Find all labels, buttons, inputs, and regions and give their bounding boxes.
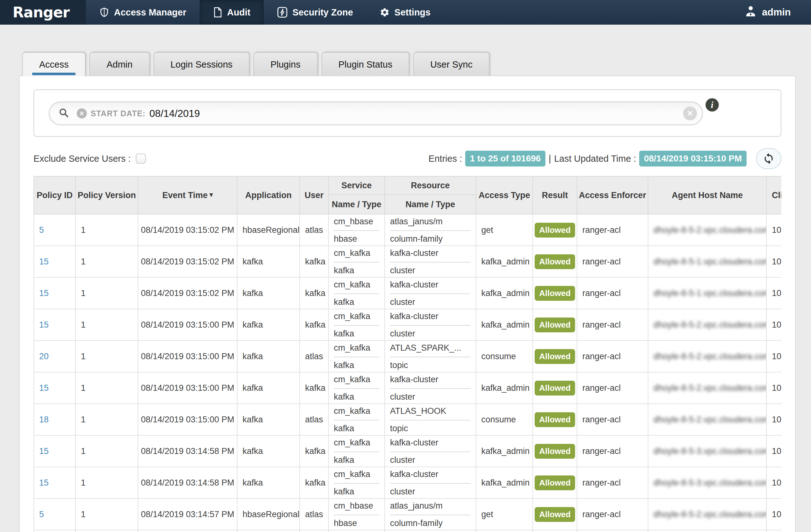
resource-type: column-family [390,515,471,528]
cell-agent-host: dhoyle-8-5-2.vpc.cloudera.com [648,214,766,246]
resource-type: topic [390,357,471,370]
tab-login-sessions[interactable]: Login Sessions [153,52,250,76]
resource-type: cluster [390,389,471,402]
gear-icon [380,7,390,17]
cell-user: kafka [300,277,328,309]
shield-icon [99,7,109,18]
cell-empty [533,530,577,532]
cell-policy-id: 15 [34,467,76,499]
header-access-enforcer: Access Enforcer [577,176,648,214]
tab-plugin-status[interactable]: Plugin Status [321,52,410,76]
cell-user: kafka [300,467,328,499]
service-type: kafka [334,389,379,402]
policy-id-link[interactable]: 15 [39,383,49,393]
result-badge: Allowed [535,223,575,238]
refresh-button[interactable] [756,148,781,169]
cell-application: kafka [237,372,300,404]
cell-empty [138,530,237,532]
table-row: 15 1 08/14/2019 03:15:00 PM kafka kafka … [34,372,781,404]
policy-id-link[interactable]: 15 [39,257,49,266]
ranger-logo[interactable]: Ranger [0,0,86,25]
table-row: 20 1 08/14/2019 03:15:00 PM kafka atlas … [34,340,781,372]
cell-application: kafka [237,435,300,467]
cell-policy-id: 15 [34,277,76,309]
cell-user: atlas [300,214,328,246]
cell-application: kafka [237,246,300,277]
policy-id-link[interactable]: 20 [39,352,49,361]
cell-client-ip: 10. [766,404,781,435]
service-name: cm_kafka [334,438,379,452]
policy-id-link[interactable]: 5 [39,510,44,519]
cell-user: atlas [300,340,328,372]
clear-search-icon[interactable]: ✕ [683,106,697,120]
cell-client-ip: 10. [766,340,781,372]
policy-id-link[interactable]: 15 [39,446,49,456]
cell-resource: kafka-clustercluster [385,277,476,309]
tab-access[interactable]: Access [22,52,86,76]
tab-user-sync[interactable]: User Sync [413,52,490,76]
search-input[interactable]: ✕ START DATE: 08/14/2019 ✕ [49,102,703,125]
policy-id-link[interactable]: 15 [39,288,49,298]
agent-host-blurred-text: dhoyle-8-5-2.vpc.cloudera.com [654,383,766,393]
cell-access-enforcer: ranger-acl [577,435,648,467]
header-policy-version: Policy Version [76,176,138,214]
cell-policy-version: 1 [76,309,138,340]
resource-name: kafka-cluster [390,469,471,484]
header-resource-group: Resource [385,176,476,195]
service-type: kafka [334,326,379,339]
top-navbar: Ranger Access Manager Audit Security Zon… [0,0,811,25]
header-access-type: Access Type [476,176,533,214]
header-agent-host-name: Agent Host Name [648,176,766,214]
cell-access-type: kafka_admin [476,309,533,340]
cell-agent-host: dhoyle-8-5-1.vpc.cloudera.com [648,246,766,277]
cell-application: kafka [237,467,300,499]
access-audit-panel: ✕ START DATE: 08/14/2019 ✕ i Exclude Ser… [19,76,796,532]
agent-host-blurred-text: dhoyle-8-5-1.vpc.cloudera.com [654,288,766,298]
cell-policy-id: 18 [34,404,76,435]
filter-tag-label: START DATE: [91,109,146,118]
cell-policy-version: 1 [76,214,138,246]
header-event-time[interactable]: Event Time▾ [138,176,237,214]
nav-item-label: Access Manager [114,7,186,18]
nav-item-access-manager[interactable]: Access Manager [86,0,200,25]
header-service-name-type: Name / Type [328,195,385,214]
nav-item-settings[interactable]: Settings [366,0,444,25]
exclude-service-users-checkbox[interactable] [136,154,146,164]
tab-plugins[interactable]: Plugins [253,52,317,76]
cell-access-enforcer: ranger-acl [577,499,648,530]
cell-event-time: 08/14/2019 03:14:58 PM [138,467,237,499]
cell-empty [766,530,781,532]
service-name: cm_kafka [334,374,379,389]
tab-label: Plugin Status [339,59,393,70]
cell-result: Allowed [533,467,577,499]
audit-table: Policy ID Policy Version Event Time▾ App… [33,176,781,532]
cell-policy-version: 1 [76,340,138,372]
cell-event-time: 08/14/2019 03:15:02 PM [138,214,237,246]
remove-filter-icon[interactable]: ✕ [77,108,87,119]
user-menu[interactable]: admin [744,0,811,25]
header-policy-id: Policy ID [34,176,76,214]
cell-policy-version: 1 [76,372,138,404]
filter-tag-value: 08/14/2019 [149,108,200,119]
resource-name: ATLAS_HOOK [390,406,471,421]
header-event-time-label: Event Time [162,191,208,200]
cell-application: kafka [237,277,300,309]
nav-item-security-zone[interactable]: Security Zone [264,0,366,25]
header-user: User [300,176,328,214]
cell-access-type: kafka_admin [476,277,533,309]
cell-event-time: 08/14/2019 03:15:00 PM [138,404,237,435]
policy-id-link[interactable]: 5 [39,225,44,235]
nav-item-audit[interactable]: Audit [200,0,264,25]
document-icon [213,7,222,18]
policy-id-link[interactable]: 15 [39,320,49,330]
resource-type: cluster [390,452,471,465]
audit-table-container: Policy ID Policy Version Event Time▾ App… [33,176,781,532]
user-icon [744,5,757,20]
service-type: kafka [334,294,379,307]
info-icon[interactable]: i [705,98,719,111]
service-type: kafka [334,452,379,465]
policy-id-link[interactable]: 18 [39,415,49,424]
tab-admin[interactable]: Admin [89,52,149,76]
service-name: cm_hbase [334,501,379,515]
policy-id-link[interactable]: 15 [39,478,49,487]
